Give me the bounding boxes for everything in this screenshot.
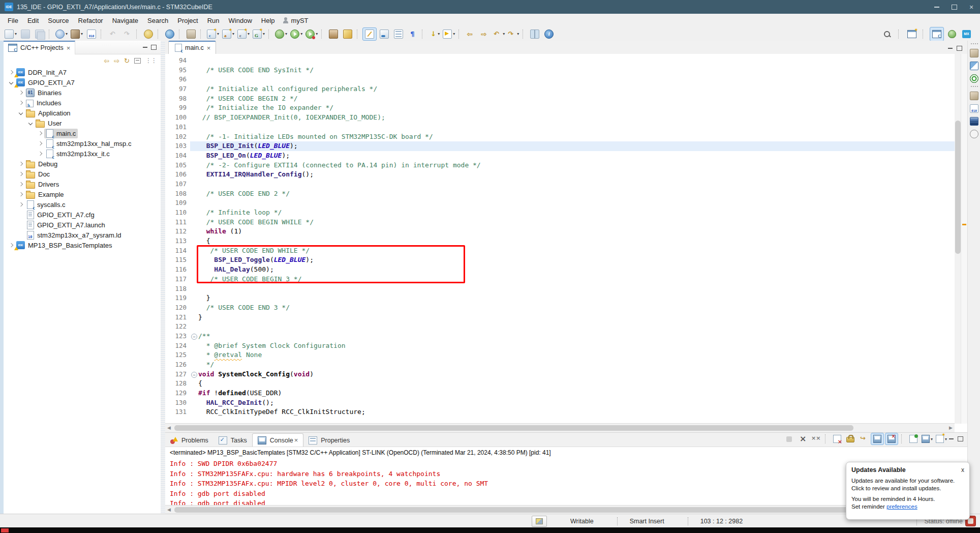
- last-edit-location-button[interactable]: ▾: [427, 28, 441, 40]
- new-cpp-class-button[interactable]: ▾: [221, 28, 235, 40]
- editor-body[interactable]: 9495 /* USER CODE END SysInit */9697 /* …: [165, 54, 967, 424]
- editor-horizontal-scrollbar[interactable]: ◀ ▶: [165, 423, 955, 432]
- save-all-button[interactable]: [33, 28, 46, 40]
- scroll-left-arrow[interactable]: ◀: [167, 507, 171, 513]
- code-line-125[interactable]: 125 * @retval None: [165, 350, 955, 360]
- fold-marker[interactable]: [190, 332, 198, 341]
- expander-icon[interactable]: [37, 150, 44, 158]
- tree-item-Application[interactable]: Application: [4, 108, 161, 118]
- menu-edit[interactable]: Edit: [23, 17, 43, 24]
- external-tools-button[interactable]: [327, 28, 340, 40]
- tab-main-c[interactable]: main.c ×: [168, 41, 216, 54]
- tree-item-stm32mp13xx_hal_msp.c[interactable]: stm32mp13xx_hal_msp.c: [4, 138, 161, 149]
- restore-pane-button[interactable]: [969, 48, 979, 58]
- close-tab-icon[interactable]: ×: [67, 45, 71, 51]
- code-line-110[interactable]: 110 /* Infinite loop */: [165, 208, 955, 218]
- restore-pane-2-button[interactable]: [969, 91, 979, 101]
- code-line-98[interactable]: 98 /* USER CODE BEGIN 2 */: [165, 94, 955, 104]
- new-c-project-button[interactable]: ▾: [206, 28, 220, 40]
- clear-console-button[interactable]: [831, 433, 843, 445]
- tree-item-Includes[interactable]: Includes: [4, 98, 161, 108]
- code-line-131[interactable]: 131 RCC_ClkInitTypeDef RCC_ClkInitStruct…: [165, 407, 955, 417]
- code-line-97[interactable]: 97 /* Initialize all configured peripher…: [165, 84, 955, 94]
- close-button[interactable]: ×: [963, 0, 980, 14]
- forward-history-button[interactable]: [478, 28, 492, 40]
- code-line-100[interactable]: 100 // BSP_IOEXPANDER_Init(0, IOEXPANDER…: [165, 113, 955, 123]
- code-line-124[interactable]: 124 * @brief System Clock Configuration: [165, 341, 955, 351]
- dropdown-caret[interactable]: ▾: [316, 32, 318, 36]
- back-history-button[interactable]: [464, 28, 477, 40]
- word-wrap-button[interactable]: [858, 433, 870, 445]
- panel-editor-sash[interactable]: [161, 41, 165, 514]
- scroll-left-arrow[interactable]: ◀: [167, 425, 171, 431]
- minimize-view-icon[interactable]: [143, 47, 147, 48]
- pin-console-button[interactable]: [871, 433, 884, 445]
- skip-all-breakpoints-button[interactable]: ▾: [54, 28, 69, 40]
- tree-item-stm32mp13xx_it.c[interactable]: stm32mp13xx_it.c: [4, 149, 161, 159]
- scrollbar-thumb[interactable]: [955, 121, 961, 254]
- code-line-94[interactable]: 94: [165, 56, 955, 66]
- show-on-stdout-button[interactable]: [885, 433, 898, 445]
- link-file-button[interactable]: [378, 28, 391, 40]
- expander-icon[interactable]: [17, 191, 25, 198]
- dropdown-caret[interactable]: ▾: [232, 32, 234, 36]
- dropdown-caret[interactable]: ▾: [66, 32, 68, 36]
- forward-icon[interactable]: ⇨: [114, 57, 119, 64]
- new-wizard-button[interactable]: ▾: [4, 28, 18, 40]
- build-analyzer-view-button[interactable]: [969, 116, 979, 126]
- scroll-right-arrow[interactable]: ▶: [949, 425, 953, 431]
- target-status-button[interactable]: [163, 28, 176, 40]
- minimize-editor-icon[interactable]: [948, 48, 953, 49]
- dropdown-caret[interactable]: ▾: [285, 32, 287, 36]
- new-cpp-file-button[interactable]: ▾: [252, 28, 266, 40]
- expander-icon[interactable]: [17, 181, 25, 188]
- code-line-120[interactable]: 120 /* USER CODE END 3 */: [165, 303, 955, 313]
- new-c-file-button[interactable]: ▾: [236, 28, 251, 40]
- dropdown-caret[interactable]: ▾: [503, 32, 505, 36]
- tree-item-DDR_Init_A7[interactable]: DDR_Init_A7: [4, 67, 161, 77]
- expander-icon[interactable]: [37, 130, 44, 137]
- undo-button[interactable]: [106, 28, 119, 40]
- tab-console[interactable]: Console×: [252, 433, 303, 447]
- menu-refactor[interactable]: Refactor: [74, 17, 108, 24]
- myst-account-button[interactable]: myST: [283, 17, 309, 24]
- refresh-icon[interactable]: ↻: [124, 57, 130, 64]
- scroll-lock-button[interactable]: [844, 433, 856, 445]
- save-button[interactable]: [19, 28, 32, 40]
- tree-item-Debug[interactable]: Debug: [4, 159, 161, 169]
- code-line-126[interactable]: 126 */: [165, 360, 955, 370]
- tab-problems[interactable]: Problems: [165, 434, 213, 447]
- redo-button[interactable]: [120, 28, 134, 40]
- code-line-99[interactable]: 99 /* Initialize the IO expander */: [165, 103, 955, 113]
- tree-item-stm32mp13xx_a7_sysram.ld[interactable]: stm32mp13xx_a7_sysram.ld: [4, 230, 161, 240]
- outline-view-button[interactable]: [969, 61, 979, 71]
- tree-item-MP13_BSP_BasicTemplates[interactable]: MP13_BSP_BasicTemplates: [4, 240, 161, 250]
- tree-item-syscalls.c[interactable]: syscalls.c: [4, 199, 161, 210]
- debug-target-view-button[interactable]: [969, 73, 979, 83]
- menu-run[interactable]: Run: [203, 17, 224, 24]
- dropdown-caret[interactable]: ▾: [300, 32, 302, 36]
- cyclomatic-view-button[interactable]: [969, 129, 979, 139]
- tab-tasks[interactable]: Tasks: [213, 434, 252, 447]
- expander-icon[interactable]: [17, 160, 25, 168]
- expander-icon[interactable]: [37, 140, 44, 147]
- maximize-editor-icon[interactable]: [957, 46, 962, 51]
- build-button[interactable]: ▾: [70, 28, 84, 40]
- info-button[interactable]: [542, 28, 556, 40]
- binary-file-button[interactable]: [85, 28, 98, 40]
- maximize-view-icon[interactable]: [151, 45, 157, 50]
- dropdown-caret[interactable]: ▾: [453, 32, 455, 36]
- menu-source[interactable]: Source: [43, 17, 73, 24]
- code-line-107[interactable]: 107: [165, 180, 955, 189]
- code-line-118[interactable]: 118: [165, 284, 955, 294]
- dropdown-caret[interactable]: ▾: [81, 32, 83, 36]
- coverage-button[interactable]: ▾: [304, 28, 319, 40]
- tab-cpp-projects[interactable]: C/C++ Projects ×: [4, 41, 75, 54]
- tree-item-GPIO_EXTI_A7.cfg[interactable]: GPIO_EXTI_A7.cfg: [4, 210, 161, 220]
- device-configuration-button[interactable]: [185, 28, 198, 40]
- expander-icon[interactable]: [27, 120, 35, 127]
- fold-marker[interactable]: [190, 370, 198, 379]
- drag-handle[interactable]: [971, 43, 978, 45]
- close-editor-tab-icon[interactable]: ×: [207, 45, 211, 51]
- debug-button[interactable]: ▾: [274, 28, 288, 40]
